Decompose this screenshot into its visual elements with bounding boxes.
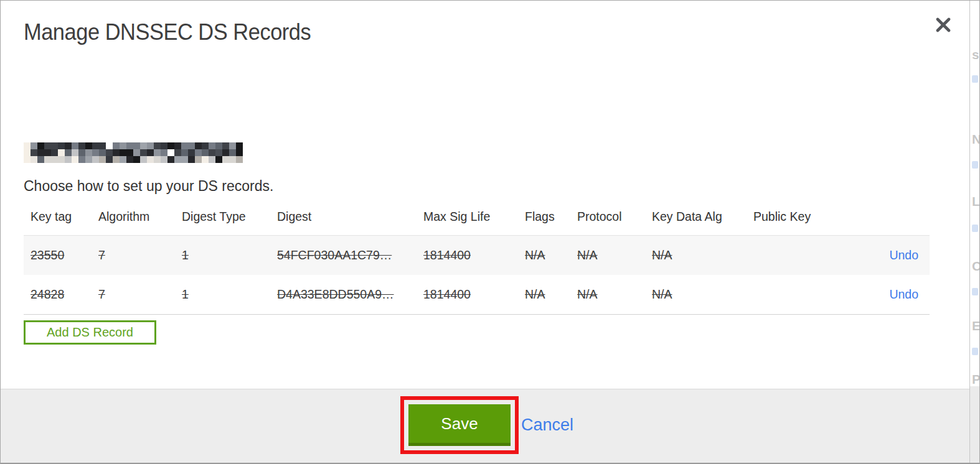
save-button[interactable]: Save [408,404,511,446]
ds-records-table: Key tag Algorithm Digest Type Digest Max… [24,207,930,315]
cell-algorithm: 7 [98,248,182,262]
header-key-tag: Key tag [24,210,98,224]
cell-max-sig-life: 1814400 [423,287,525,302]
cancel-link[interactable]: Cancel [521,415,573,435]
cell-digest: 54FCF030AA1C79… [277,248,423,262]
modal-footer: Save Cancel [1,389,969,463]
cell-key-data-alg: N/A [652,287,753,302]
cell-algorithm: 7 [98,287,182,302]
table-body: 23550 7 1 54FCF030AA1C79… 1814400 N/A N/… [24,235,930,315]
background-link-fragment [972,161,978,169]
header-flags: Flags [525,210,577,224]
background-page-strip: s N L C E P [969,1,979,463]
header-digest-type: Digest Type [182,210,277,224]
add-ds-record-button[interactable]: Add DS Record [24,320,156,345]
cell-flags: N/A [525,287,577,302]
cell-digest-type: 1 [182,248,277,262]
redacted-domain [24,142,243,163]
close-icon [935,26,951,35]
instruction-text: Choose how to set up your DS records. [24,178,273,195]
background-page-footer [970,386,979,463]
table-row: 24828 7 1 D4A33E8DD550A9… 1814400 N/A N/… [24,275,930,314]
table-row: 23550 7 1 54FCF030AA1C79… 1814400 N/A N/… [24,236,930,275]
cell-key-tag: 24828 [24,287,98,302]
cell-protocol: N/A [577,287,652,302]
header-key-data-alg: Key Data Alg [652,210,753,224]
background-text-fragment: N [972,132,979,146]
undo-link[interactable]: Undo [889,287,918,301]
screenshot-frame: s N L C E P Manage DNSSEC DS Records Cho… [0,0,980,464]
background-text-fragment: L [972,195,979,208]
background-text-fragment: P [972,373,979,386]
background-text-fragment: s [972,48,979,61]
cell-key-tag: 23550 [24,248,98,262]
background-text-fragment: C [972,259,979,272]
cell-digest: D4A33E8DD550A9… [277,287,423,302]
header-public-key: Public Key [753,210,841,224]
page-title: Manage DNSSEC DS Records [24,19,311,45]
header-algorithm: Algorithm [98,210,182,224]
background-link-fragment [972,75,978,83]
annotation-highlight: Save [400,396,519,454]
background-link-fragment [972,348,978,355]
dnssec-modal: Manage DNSSEC DS Records Choose how to s… [1,1,969,463]
table-header-row: Key tag Algorithm Digest Type Digest Max… [24,207,930,235]
background-text-fragment: E [972,319,979,332]
cell-key-data-alg: N/A [652,248,753,262]
close-button[interactable] [933,16,953,35]
cell-flags: N/A [525,248,577,262]
cell-max-sig-life: 1814400 [423,248,525,262]
header-max-sig-life: Max Sig Life [423,210,525,224]
header-protocol: Protocol [577,210,652,224]
cell-digest-type: 1 [182,287,277,302]
header-digest: Digest [277,210,423,224]
background-link-fragment [972,288,978,295]
background-link-fragment [972,225,978,232]
undo-link[interactable]: Undo [889,248,918,262]
cell-protocol: N/A [577,248,652,262]
